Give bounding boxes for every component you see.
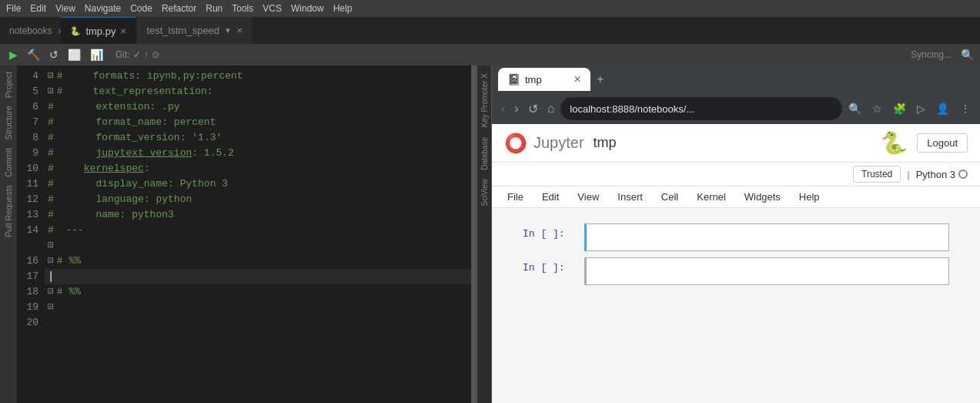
logout-button[interactable]: Logout [917,133,968,153]
browser-tab-tmp[interactable]: 📓 tmp ✕ [498,68,590,91]
bookmark-button[interactable]: ☆ [869,99,885,118]
menu-run[interactable]: Run [206,3,222,14]
git-label: Git: [115,49,130,60]
browser-chrome: 📓 tmp ✕ + ‹ › ↺ ⌂ 🔍 ☆ 🧩 ▷ 👤 [492,65,980,124]
jupyter-header-right: 🐍 Logout [881,130,968,156]
cell-2: In [ ]: [523,257,949,285]
jupyter-menu-help[interactable]: Help [796,190,823,204]
stop-button[interactable]: ⬜ [65,47,84,62]
reload-button[interactable]: ↺ [525,99,541,119]
menu-code[interactable]: Code [130,3,152,14]
menu-vcs[interactable]: VCS [263,3,282,14]
editor-scrollbar[interactable] [471,65,477,403]
code-line-17: | [45,269,471,284]
menu-navigate[interactable]: Navigate [85,3,121,14]
back-button[interactable]: ‹ [498,99,508,119]
sidebar-item-project[interactable]: Project [2,69,15,101]
main-area: Project Structure Commit Pull Requests 4… [0,65,980,403]
notebooks-link[interactable]: notebooks [3,25,58,36]
jupyter-menu-edit[interactable]: Edit [539,190,562,204]
tab-test-lstm-label: test_lstm_speed [146,25,219,36]
browser-nav: ‹ › ↺ ⌂ 🔍 ☆ 🧩 ▷ 👤 ⋮ [492,93,980,124]
menu-edit[interactable]: Edit [30,3,46,14]
code-line-5: ⊡# text_representation: [45,84,471,99]
jupyter-menu: File Edit View Insert Cell Kernel Widget… [492,186,980,208]
tab-close-icon[interactable]: ✕ [120,27,126,35]
code-line-16: ⊡# %% [45,254,471,269]
jupyter-menu-file[interactable]: File [504,190,527,204]
jupyter-menu-cell[interactable]: Cell [658,190,681,204]
cell-2-input[interactable] [584,257,949,285]
profile-button[interactable]: 👤 [933,99,952,118]
sidebar-item-structure[interactable]: Structure [2,102,15,143]
code-line-9: # jupytext_version: 1.5.2 [45,146,471,161]
menu-help[interactable]: Help [333,3,353,14]
code-line-18: ⊡# %% [45,284,471,300]
rerun-button[interactable]: ↺ [46,47,62,62]
code-line-19: ⊡ [45,300,471,315]
cast-button[interactable]: ▷ [914,99,928,118]
jupyter-menu-kernel[interactable]: Kernel [694,190,729,204]
jupyter-header: ⭕ Jupyter tmp 🐍 Logout [492,124,980,163]
kernel-status-circle [958,170,968,179]
code-line-20 [45,315,471,331]
panel-tab-key-promoter[interactable]: Key Promoter X [479,69,490,133]
code-editor[interactable]: ⊡# formats: ipynb,py:percent ⊡# text_rep… [45,65,471,403]
build-button[interactable]: 🔨 [24,47,43,62]
toolbar: ▶ 🔨 ↺ ⬜ 📊 Git: ✓ ↑ ⊙ Syncing... 🔍 [0,44,980,65]
code-line-13: # name: python3 [45,207,471,223]
browser-tab-favicon: 📓 [507,73,520,86]
search-button[interactable]: 🔍 [961,49,974,61]
coverage-button[interactable]: 📊 [87,47,106,62]
tab-bar: notebooks › 🐍 tmp.py ✕ test_lstm_speed ▼… [0,17,980,44]
new-tab-button[interactable]: + [592,72,608,86]
browser-tab-label: tmp [525,74,542,86]
jupyter-menu-view[interactable]: View [574,190,602,204]
notebook-cells: In [ ]: In [ ]: [492,208,980,307]
jupyter-logo: ⭕ Jupyter [504,133,584,154]
kernel-info: Python 3 [916,169,968,180]
panel-tab-sciview[interactable]: SciView [479,174,490,210]
tab2-close-icon[interactable]: ✕ [236,26,242,35]
code-line-12: # language: python [45,192,471,207]
git-info: Git: ✓ ↑ ⊙ [115,49,159,60]
menu-dots-button[interactable]: ⋮ [957,99,974,118]
tab-test-lstm[interactable]: test_lstm_speed ▼ ✕ [137,17,252,44]
nav-icons: 🔍 ☆ 🧩 ▷ 👤 ⋮ [845,99,974,118]
tab-label: tmp.py [85,25,115,37]
jupyter-logo-icon: ⭕ [504,133,527,154]
menu-window[interactable]: Window [291,3,324,14]
line-numbers: 4 5 6 7 8 9 10 11 12 13 14 16 17 18 19 2… [17,65,45,403]
run-button[interactable]: ▶ [6,47,21,62]
tab-tmp-py[interactable]: 🐍 tmp.py ✕ [61,17,135,44]
menu-bar: File Edit View Navigate Code Refactor Ru… [0,0,980,17]
menu-file[interactable]: File [6,3,21,14]
menu-tools[interactable]: Tools [232,3,253,14]
kernel-name: Python 3 [916,169,955,180]
trusted-button[interactable]: Trusted [853,166,901,183]
cell-2-prompt: In [ ]: [523,257,584,274]
code-line-10: # kernelspec: [45,161,471,176]
git-status: ⊙ [152,49,159,60]
extensions-button[interactable]: 🧩 [890,99,909,118]
menu-refactor[interactable]: Refactor [162,3,196,14]
sidebar-item-commit[interactable]: Commit [2,145,15,180]
menu-view[interactable]: View [55,3,75,14]
right-panel-tabs: Key Promoter X Database SciView [477,65,491,403]
url-bar[interactable] [560,97,842,120]
forward-button[interactable]: › [511,99,521,119]
search-in-page-button[interactable]: 🔍 [845,99,865,118]
left-sidebar: Project Structure Commit Pull Requests [0,65,17,403]
sidebar-item-pull-requests[interactable]: Pull Requests [2,182,15,240]
dropdown-icon[interactable]: ▼ [224,26,232,35]
notebook-name[interactable]: tmp [594,135,617,151]
jupyter-menu-insert[interactable]: Insert [614,190,646,204]
cell-1-input[interactable] [584,223,949,251]
jupyter-menu-widgets[interactable]: Widgets [741,190,784,204]
panel-tab-database[interactable]: Database [479,133,490,175]
browser-tab-close-icon[interactable]: ✕ [574,74,581,85]
home-button[interactable]: ⌂ [544,99,558,119]
divider: | [907,169,909,180]
jupyter-title: Jupyter [533,134,584,152]
cell-1-prompt: In [ ]: [523,223,584,240]
